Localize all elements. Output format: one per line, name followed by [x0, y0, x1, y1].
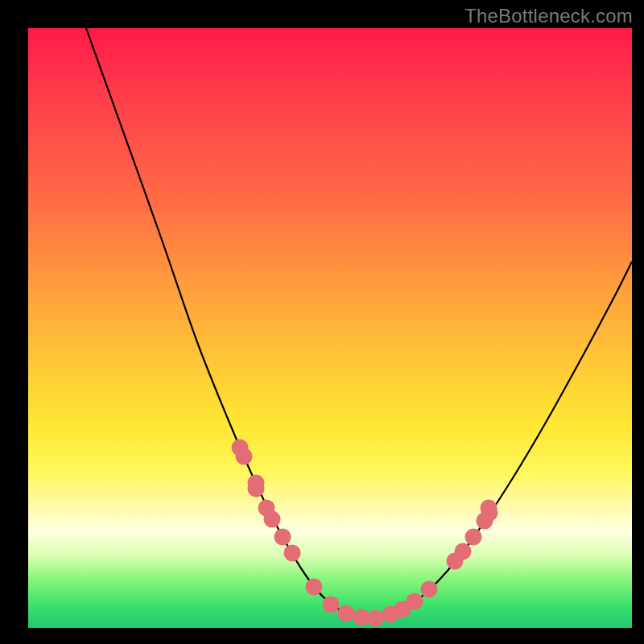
- data-marker: [248, 481, 265, 497]
- data-marker: [407, 593, 423, 610]
- data-marker: [367, 610, 384, 627]
- data-marker: [338, 605, 355, 622]
- data-marker: [236, 448, 253, 465]
- data-marker: [481, 500, 497, 517]
- data-marker: [306, 579, 323, 596]
- bottleneck-curve: [86, 28, 632, 619]
- watermark-text: TheBottleneck.com: [464, 5, 633, 27]
- data-marker: [421, 581, 438, 598]
- marker-group: [232, 440, 498, 627]
- data-marker: [455, 543, 472, 560]
- data-marker: [284, 545, 301, 562]
- data-marker: [275, 529, 291, 546]
- chart-frame: TheBottleneck.com: [0, 0, 644, 644]
- data-marker: [465, 529, 482, 546]
- data-marker: [323, 597, 340, 613]
- curve-svg: [28, 28, 632, 628]
- data-marker: [264, 511, 281, 528]
- plot-area: [28, 28, 632, 628]
